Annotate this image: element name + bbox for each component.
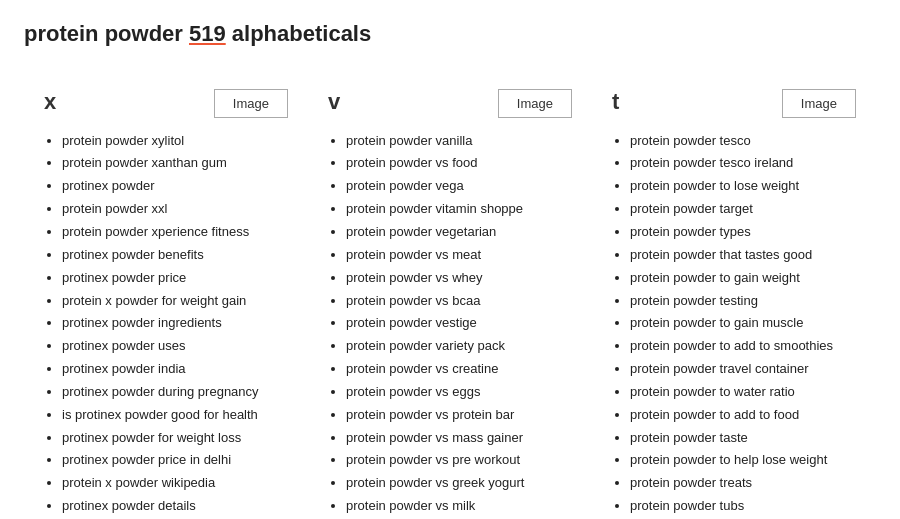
image-placeholder-t[interactable]: Image <box>782 89 856 118</box>
list-item: protinex powder details <box>62 497 288 516</box>
column-letter-t: t <box>612 89 619 115</box>
list-item: protein powder variety pack <box>346 337 572 356</box>
item-list-v: protein powder vanillaprotein powder vs … <box>328 132 572 519</box>
list-item: protein powder vanilla <box>346 132 572 151</box>
list-item: protein powder to add to food <box>630 406 856 425</box>
list-item: protinex powder <box>62 177 288 196</box>
list-item: protinex powder price <box>62 269 288 288</box>
list-item: protein powder vs milk <box>346 497 572 516</box>
list-item: protein powder vs creatine <box>346 360 572 379</box>
list-item: protein powder xanthan gum <box>62 154 288 173</box>
title-suffix: alphabeticals <box>226 21 372 46</box>
list-item: protein powder vs pre workout <box>346 451 572 470</box>
list-item: protinex powder uses <box>62 337 288 356</box>
list-item: protein powder vs food <box>346 154 572 173</box>
list-item: is protinex powder good for health <box>62 406 288 425</box>
list-item: protinex powder for weight loss <box>62 429 288 448</box>
column-letter-x: x <box>44 89 56 115</box>
list-item: protein powder vegetarian <box>346 223 572 242</box>
list-item: protein powder that tastes good <box>630 246 856 265</box>
list-item: protein powder to add to smoothies <box>630 337 856 356</box>
list-item: protein powder tesco <box>630 132 856 151</box>
list-item: protein powder treats <box>630 474 856 493</box>
list-item: protinex powder india <box>62 360 288 379</box>
item-list-x: protein powder xylitolprotein powder xan… <box>44 132 288 519</box>
column-t: tImageprotein powder tescoprotein powder… <box>592 73 876 519</box>
list-item: protein powder travel container <box>630 360 856 379</box>
list-item: protein powder to gain muscle <box>630 314 856 333</box>
column-header-v: vImage <box>328 89 572 118</box>
item-list-t: protein powder tescoprotein powder tesco… <box>612 132 856 519</box>
list-item: protein powder to lose weight <box>630 177 856 196</box>
list-item: protinex powder price in delhi <box>62 451 288 470</box>
title-prefix: protein powder <box>24 21 189 46</box>
list-item: protein powder vs meat <box>346 246 572 265</box>
list-item: protein powder vestige <box>346 314 572 333</box>
list-item: protein powder vs eggs <box>346 383 572 402</box>
list-item: protein powder vs greek yogurt <box>346 474 572 493</box>
list-item: protein x powder for weight gain <box>62 292 288 311</box>
image-placeholder-x[interactable]: Image <box>214 89 288 118</box>
list-item: protein powder xxl <box>62 200 288 219</box>
list-item: protein powder vs bcaa <box>346 292 572 311</box>
column-header-t: tImage <box>612 89 856 118</box>
list-item: protein powder tubs <box>630 497 856 516</box>
list-item: protein powder xperience fitness <box>62 223 288 242</box>
list-item: protein powder to gain weight <box>630 269 856 288</box>
list-item: protein powder types <box>630 223 856 242</box>
list-item: protein powder taste <box>630 429 856 448</box>
list-item: protein powder target <box>630 200 856 219</box>
list-item: protinex powder during pregnancy <box>62 383 288 402</box>
list-item: protein powder vega <box>346 177 572 196</box>
list-item: protein x powder wikipedia <box>62 474 288 493</box>
image-placeholder-v[interactable]: Image <box>498 89 572 118</box>
page-title: protein powder 519 alphabeticals <box>24 20 876 49</box>
column-v: vImageprotein powder vanillaprotein powd… <box>308 73 592 519</box>
column-x: xImageprotein powder xylitolprotein powd… <box>24 73 308 519</box>
list-item: protein powder vs protein bar <box>346 406 572 425</box>
column-header-x: xImage <box>44 89 288 118</box>
list-item: protein powder to water ratio <box>630 383 856 402</box>
list-item: protein powder vitamin shoppe <box>346 200 572 219</box>
columns-container: xImageprotein powder xylitolprotein powd… <box>24 73 876 519</box>
list-item: protinex powder ingredients <box>62 314 288 333</box>
list-item: protein powder xylitol <box>62 132 288 151</box>
column-letter-v: v <box>328 89 340 115</box>
list-item: protein powder testing <box>630 292 856 311</box>
list-item: protein powder vs whey <box>346 269 572 288</box>
list-item: protinex powder benefits <box>62 246 288 265</box>
list-item: protein powder vs mass gainer <box>346 429 572 448</box>
list-item: protein powder to help lose weight <box>630 451 856 470</box>
title-count: 519 <box>189 21 226 46</box>
list-item: protein powder tesco ireland <box>630 154 856 173</box>
